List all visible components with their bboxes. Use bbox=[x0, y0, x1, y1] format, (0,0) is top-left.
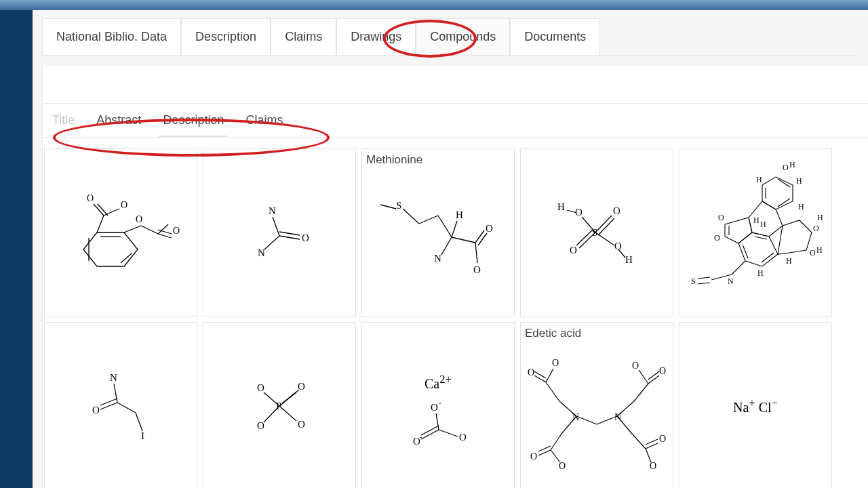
compound-card[interactable]: O O O O bbox=[44, 148, 197, 317]
compound-card[interactable]: Ca2+ bbox=[361, 322, 515, 488]
svg-line-28 bbox=[441, 237, 452, 255]
svg-text:O: O bbox=[714, 233, 720, 243]
svg-text:H: H bbox=[817, 213, 823, 222]
svg-text:N: N bbox=[434, 253, 441, 264]
body-area: Title Abstract Description Claims bbox=[42, 66, 868, 488]
content-area: National Biblio. Data Description Claims… bbox=[33, 10, 868, 488]
svg-text:N: N bbox=[110, 372, 117, 383]
compound-card[interactable]: N N O bbox=[203, 148, 356, 317]
tab-description[interactable]: Description bbox=[181, 18, 271, 55]
compound-card[interactable]: Methionine bbox=[361, 148, 515, 317]
tab-compounds[interactable]: Compounds bbox=[416, 18, 510, 55]
tab-drawings[interactable]: Drawings bbox=[336, 18, 416, 55]
svg-text:O: O bbox=[718, 213, 724, 222]
svg-text:O: O bbox=[783, 163, 789, 172]
svg-line-68 bbox=[698, 277, 710, 279]
compound-structure: H H OH H O O O OH H H bbox=[679, 149, 831, 316]
svg-text:O: O bbox=[298, 419, 305, 430]
svg-text:O: O bbox=[257, 420, 264, 431]
svg-line-11 bbox=[158, 234, 172, 238]
svg-text:H: H bbox=[753, 216, 760, 225]
svg-text:N: N bbox=[572, 412, 579, 422]
svg-text:H: H bbox=[796, 176, 802, 186]
svg-text:O: O bbox=[302, 232, 309, 243]
svg-text:O: O bbox=[298, 381, 305, 392]
svg-line-88 bbox=[100, 403, 117, 409]
svg-line-127 bbox=[634, 384, 648, 401]
tab-national-biblio-data[interactable]: National Biblio. Data bbox=[42, 18, 181, 55]
svg-text:H: H bbox=[786, 256, 792, 266]
svg-line-130 bbox=[639, 370, 648, 384]
svg-text:N: N bbox=[728, 277, 734, 286]
svg-text:H: H bbox=[756, 175, 762, 184]
svg-line-31 bbox=[475, 230, 484, 243]
svg-text:O: O bbox=[552, 358, 559, 368]
svg-text:H: H bbox=[557, 201, 565, 212]
tab-divider bbox=[42, 55, 859, 56]
svg-text:S: S bbox=[691, 277, 696, 286]
svg-text:O: O bbox=[575, 207, 583, 218]
svg-text:S: S bbox=[592, 227, 597, 238]
svg-text:N: N bbox=[258, 247, 265, 258]
svg-line-17 bbox=[273, 217, 279, 236]
subtab-abstract[interactable]: Abstract bbox=[96, 112, 141, 129]
subtab-claims[interactable]: Claims bbox=[245, 112, 283, 129]
svg-line-107 bbox=[421, 426, 439, 435]
compound-card[interactable]: Na+ Cl− bbox=[679, 322, 832, 488]
svg-marker-54 bbox=[762, 177, 793, 209]
svg-text:-: - bbox=[420, 432, 422, 441]
compound-structure: N N O bbox=[203, 149, 355, 316]
svg-line-30 bbox=[452, 237, 475, 243]
svg-line-7 bbox=[104, 209, 119, 216]
svg-text:O: O bbox=[431, 402, 438, 413]
compound-structure: N O I bbox=[45, 323, 197, 488]
tab-claims[interactable]: Claims bbox=[271, 18, 336, 55]
svg-line-114 bbox=[576, 416, 597, 424]
svg-line-89 bbox=[100, 399, 117, 405]
compound-card[interactable]: H H OH H O O O OH H H bbox=[679, 148, 832, 317]
svg-line-63 bbox=[762, 253, 774, 262]
svg-line-18 bbox=[264, 236, 279, 249]
svg-marker-65 bbox=[778, 220, 812, 254]
svg-text:O: O bbox=[813, 224, 819, 233]
svg-line-44 bbox=[595, 232, 614, 245]
compound-structure: S N H O O bbox=[362, 149, 514, 316]
svg-line-129 bbox=[648, 371, 659, 380]
sub-tab-bar: Title Abstract Description Claims bbox=[43, 103, 868, 138]
svg-line-128 bbox=[648, 375, 659, 384]
compound-card[interactable]: S O O O O H H bbox=[520, 148, 673, 317]
svg-line-91 bbox=[136, 413, 142, 431]
svg-text:N: N bbox=[614, 412, 621, 422]
svg-text:O: O bbox=[257, 382, 264, 393]
svg-text:O: O bbox=[486, 223, 493, 234]
svg-line-19 bbox=[279, 236, 300, 239]
svg-text:H: H bbox=[816, 245, 823, 255]
svg-text:H: H bbox=[789, 160, 795, 169]
svg-text:S: S bbox=[396, 200, 401, 211]
svg-line-118 bbox=[534, 375, 546, 382]
svg-text:O: O bbox=[473, 264, 481, 275]
subtab-description[interactable]: Description bbox=[163, 112, 224, 129]
svg-text:O: O bbox=[613, 205, 620, 216]
svg-text:P: P bbox=[276, 401, 281, 411]
compound-card[interactable]: N O I bbox=[44, 322, 197, 488]
nacl-text: Na+ Cl− bbox=[733, 396, 778, 415]
svg-text:O: O bbox=[87, 193, 94, 203]
svg-text:H: H bbox=[760, 220, 766, 229]
compound-structure: S O O O O H H bbox=[521, 149, 673, 316]
compound-card[interactable]: Edetic acid bbox=[520, 322, 673, 488]
tab-documents[interactable]: Documents bbox=[510, 18, 600, 55]
svg-line-108 bbox=[439, 430, 458, 436]
svg-text:O: O bbox=[632, 361, 639, 371]
compound-structure: O O O O bbox=[45, 149, 197, 316]
svg-text:-: - bbox=[439, 399, 441, 407]
compound-card[interactable]: P O O O O bbox=[203, 322, 356, 488]
svg-line-69 bbox=[698, 283, 710, 284]
svg-line-27 bbox=[438, 216, 452, 237]
compound-structure: Ca2+ bbox=[362, 323, 514, 488]
calcium-ion-text: Ca bbox=[425, 376, 439, 391]
svg-text:H: H bbox=[456, 209, 463, 220]
compound-structure: P O O O O bbox=[203, 323, 355, 488]
svg-line-106 bbox=[421, 430, 439, 439]
svg-line-120 bbox=[546, 369, 553, 382]
